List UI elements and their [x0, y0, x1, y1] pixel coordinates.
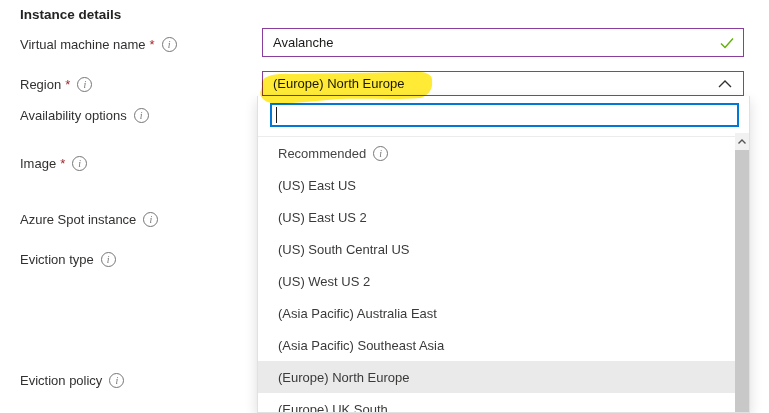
image-label: Image	[20, 156, 56, 171]
valid-check-icon	[719, 36, 735, 50]
region-option[interactable]: (US) South Central US	[258, 233, 735, 265]
dropdown-search-input[interactable]	[270, 103, 739, 127]
recommended-group-header: Recommended i	[258, 137, 735, 169]
region-option[interactable]: (Asia Pacific) Southeast Asia	[258, 329, 735, 361]
eviction-type-label-row: Eviction type i	[20, 251, 116, 268]
vm-name-label-row: Virtual machine name * i	[20, 36, 177, 53]
info-icon[interactable]: i	[373, 146, 388, 161]
region-label: Region	[20, 77, 61, 92]
region-combobox[interactable]: (Europe) North Europe	[262, 71, 744, 96]
required-asterisk: *	[60, 156, 65, 171]
info-icon[interactable]: i	[143, 212, 158, 227]
region-dropdown-panel: Recommended i (US) East US (US) East US …	[257, 96, 750, 413]
chevron-up-icon[interactable]	[717, 79, 733, 89]
vm-name-input[interactable]	[273, 35, 719, 50]
region-option-selected[interactable]: (Europe) North Europe	[258, 361, 735, 393]
vm-name-label: Virtual machine name	[20, 37, 146, 52]
info-icon[interactable]: i	[134, 108, 149, 123]
spot-label: Azure Spot instance	[20, 212, 136, 227]
vm-name-field	[262, 28, 744, 57]
region-option[interactable]: (US) East US 2	[258, 201, 735, 233]
text-caret	[276, 107, 277, 123]
image-label-row: Image * i	[20, 155, 87, 172]
region-option[interactable]: (US) West US 2	[258, 265, 735, 297]
scroll-up-button[interactable]	[735, 133, 749, 149]
scroll-up-arrow-icon	[737, 138, 747, 145]
required-asterisk: *	[150, 37, 155, 52]
region-options-list: Recommended i (US) East US (US) East US …	[258, 136, 735, 412]
info-icon[interactable]: i	[77, 77, 92, 92]
scrollbar-thumb[interactable]	[735, 150, 749, 412]
info-icon[interactable]: i	[109, 373, 124, 388]
region-label-row: Region * i	[20, 76, 92, 93]
region-option[interactable]: (Asia Pacific) Australia East	[258, 297, 735, 329]
recommended-label: Recommended	[278, 146, 366, 161]
info-icon[interactable]: i	[162, 37, 177, 52]
info-icon[interactable]: i	[72, 156, 87, 171]
info-icon[interactable]: i	[101, 252, 116, 267]
region-option[interactable]: (US) East US	[258, 169, 735, 201]
availability-label-row: Availability options i	[20, 107, 149, 124]
eviction-type-label: Eviction type	[20, 252, 94, 267]
spot-label-row: Azure Spot instance i	[20, 211, 158, 228]
eviction-policy-label: Eviction policy	[20, 373, 102, 388]
instance-details-form: Instance details Virtual machine name * …	[0, 0, 769, 413]
section-title: Instance details	[20, 7, 121, 22]
availability-label: Availability options	[20, 108, 127, 123]
dropdown-scrollbar[interactable]	[735, 133, 749, 412]
region-option[interactable]: (Europe) UK South	[258, 393, 735, 413]
region-selected-value: (Europe) North Europe	[273, 76, 405, 91]
dropdown-search-wrap	[270, 103, 739, 127]
required-asterisk: *	[65, 77, 70, 92]
eviction-policy-label-row: Eviction policy i	[20, 372, 124, 389]
